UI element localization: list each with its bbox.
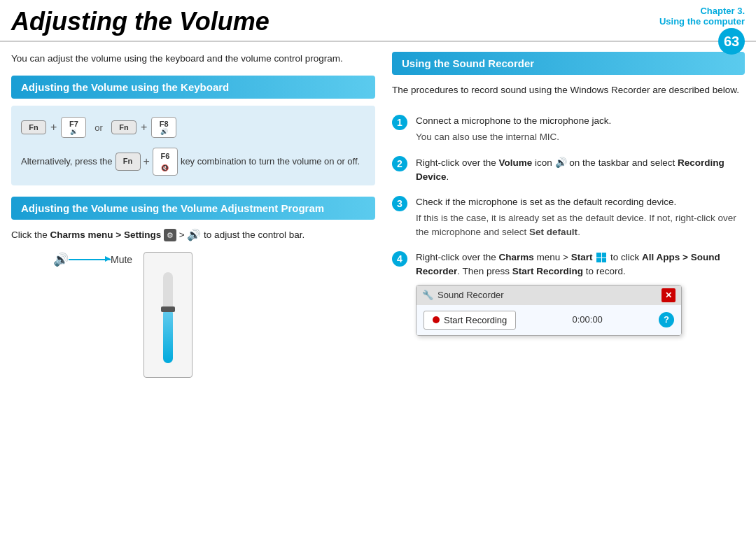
rec-dot: [433, 316, 440, 323]
widget-titlebar-left: 🔧 Sound Recorder: [422, 288, 504, 302]
help-button[interactable]: ?: [659, 312, 674, 327]
step-4-num: 4: [392, 251, 407, 267]
settings-icon: ⚙: [164, 229, 176, 241]
mute-indicator: 🔊 Mute: [53, 252, 132, 267]
left-column: You can adjust the volume using the keyb…: [11, 52, 375, 525]
volume-desc: Click the Charms menu > Settings ⚙ > 🔊 t…: [11, 227, 375, 244]
widget-titlebar: 🔧 Sound Recorder ✕: [416, 285, 681, 305]
intro-text: You can adjust the volume using the keyb…: [11, 52, 375, 66]
plus-3: +: [144, 153, 150, 171]
slider-track: [163, 272, 173, 363]
step-4-content: Right-click over the Charms menu > Start…: [416, 251, 745, 336]
step-2-content: Right-click over the Volume icon 🔊 on th…: [416, 155, 745, 185]
step-1: 1 Connect a microphone to the microphone…: [392, 114, 745, 144]
slider-thumb: [161, 306, 175, 312]
f6-key: F6 🔇: [153, 148, 178, 176]
volume-slider-container: [144, 252, 192, 378]
volume-icon: 🔊: [187, 227, 201, 244]
recorder-intro: The procedures to record sound using the…: [392, 83, 745, 97]
f7-key: F7 🔉: [61, 117, 86, 138]
fn-key-3: Fn: [115, 153, 141, 171]
mute-speaker-icon: 🔊: [53, 252, 69, 267]
step-2: 2 Right-click over the Volume icon 🔊 on …: [392, 155, 745, 185]
plus-1: +: [50, 121, 57, 134]
plus-2: +: [141, 121, 147, 134]
chapter-label: Chapter 3. Using the computer: [659, 6, 745, 27]
chapter-badge: Chapter 3. Using the computer 63: [659, 6, 745, 55]
sound-recorder-header: Using the Sound Recorder: [392, 52, 745, 75]
volume-section: Adjusting the Volume using the Volume Ad…: [11, 197, 375, 378]
f8-key: F8 🔊: [151, 117, 176, 138]
widget-close-button[interactable]: ✕: [662, 288, 676, 302]
right-column: Using the Sound Recorder The procedures …: [392, 52, 745, 525]
page-header: Adjusting the Volume Chapter 3. Using th…: [0, 0, 756, 42]
step-4: 4 Right-click over the Charms menu > Sta…: [392, 251, 745, 336]
page-title: Adjusting the Volume: [11, 7, 270, 36]
start-recording-label: Start Recording: [444, 315, 507, 325]
slider-diagram: 🔊 Mute: [53, 252, 375, 378]
main-content: You can adjust the volume using the keyb…: [0, 42, 756, 530]
slider-fill: [163, 309, 173, 363]
volume-section-header: Adjusting the Volume using the Volume Ad…: [11, 197, 375, 220]
fn-key-2: Fn: [111, 120, 136, 134]
mute-text: Mute: [111, 254, 132, 265]
keyboard-section-header: Adjusting the Volume using the Keyboard: [11, 76, 375, 99]
start-recording-button[interactable]: Start Recording: [424, 311, 516, 330]
widget-body: Start Recording 0:00:00 ?: [416, 305, 681, 335]
keyboard-box: Fn + F7 🔉 or Fn + F8 🔊 Altern: [11, 106, 375, 185]
step-1-num: 1: [392, 115, 407, 130]
step-3: 3 Check if the microphone is set as the …: [392, 195, 745, 239]
or-text: or: [94, 122, 103, 133]
fn-key-1: Fn: [21, 120, 46, 134]
step-2-num: 2: [392, 156, 407, 171]
windows-icon: [596, 253, 606, 262]
alt-key-row: Alternatively, press the Fn + F6 🔇 key c…: [21, 148, 365, 176]
step-1-content: Connect a microphone to the microphone j…: [416, 114, 745, 144]
step-3-content: Check if the microphone is set as the de…: [416, 195, 745, 239]
chapter-number: 63: [718, 28, 745, 55]
wrench-icon: 🔧: [422, 288, 433, 302]
mute-arrow: [69, 259, 111, 260]
widget-title: Sound Recorder: [438, 288, 504, 302]
key-row-1: Fn + F7 🔉 or Fn + F8 🔊: [21, 117, 365, 138]
sound-recorder-widget: 🔧 Sound Recorder ✕ Start Recording 0:00:…: [416, 285, 682, 336]
step-3-num: 3: [392, 196, 407, 211]
timer-display: 0:00:00: [523, 313, 652, 327]
